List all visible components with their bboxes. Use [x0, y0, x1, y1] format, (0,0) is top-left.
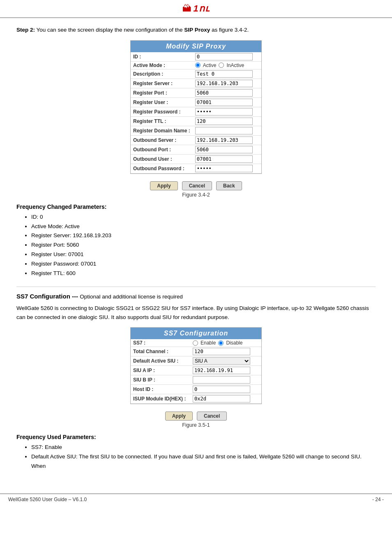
register-domain-input[interactable]: [195, 127, 253, 134]
id-input[interactable]: [195, 53, 253, 60]
main-content: Step 2: You can see the screen display t…: [0, 18, 392, 485]
ss7-enable-radio[interactable]: [193, 340, 198, 346]
outbound-user-input[interactable]: [195, 155, 253, 163]
active-radio[interactable]: [195, 62, 201, 68]
id-label: ID :: [131, 52, 193, 62]
list-item: SS7: Enable: [31, 443, 376, 452]
outbound-password-input[interactable]: [195, 165, 253, 172]
freq-used-list: SS7: Enable Default Active SIU: The firs…: [16, 443, 376, 471]
ss7-title-bold: SS7 Configuration ---: [16, 293, 78, 300]
step2-label: Step 2:: [16, 27, 35, 33]
sip-proxy-figure-caption: Figure 3.4-2: [182, 192, 210, 198]
ss7-cancel-button[interactable]: Cancel: [197, 412, 227, 421]
total-channel-label: Total Channel :: [131, 347, 190, 356]
isup-module-id-input[interactable]: [193, 395, 250, 402]
ss7-radio-group: Enable Disable: [193, 340, 259, 346]
table-row: Outbound Password :: [131, 164, 261, 173]
register-password-label: Register Password :: [131, 107, 193, 116]
host-id-input[interactable]: [193, 386, 250, 393]
table-row: Outbound Port :: [131, 145, 261, 154]
default-active-siu-select[interactable]: SIU A SIU B: [193, 357, 250, 365]
register-password-input[interactable]: [195, 108, 253, 116]
register-ttl-input[interactable]: [195, 118, 253, 125]
outbound-password-label: Outbound Password :: [131, 164, 193, 173]
sip-back-button[interactable]: Back: [216, 181, 242, 190]
siu-b-ip-input[interactable]: [193, 376, 250, 384]
description-input[interactable]: [195, 70, 253, 78]
host-id-label: Host ID :: [131, 385, 190, 394]
step2-bold2: Proxy: [195, 27, 210, 33]
register-server-label: Register Server :: [131, 79, 193, 88]
ss7-disable-label: Disable: [226, 340, 242, 346]
ss7-apply-button[interactable]: Apply: [165, 412, 193, 421]
siu-a-ip-input[interactable]: [193, 367, 250, 374]
ss7-label: SS7 :: [131, 339, 190, 347]
list-item: Active Mode: Active: [31, 222, 376, 231]
register-domain-label: Register Domain Name :: [131, 126, 193, 135]
sip-cancel-button[interactable]: Cancel: [182, 181, 212, 190]
sip-proxy-table: ID : Active Mode : Active InActive: [131, 52, 261, 173]
table-row: Register Password :: [131, 107, 261, 116]
sip-apply-button[interactable]: Apply: [150, 181, 178, 190]
ss7-enable-label: Enable: [201, 340, 216, 346]
outbound-user-label: Outbound User :: [131, 154, 193, 164]
inactive-radio[interactable]: [219, 62, 224, 68]
list-item: ID: 0: [31, 213, 376, 222]
table-row: ISUP Module ID(HEX) :: [131, 394, 261, 404]
list-item: Register Server: 192.168.19.203: [31, 231, 376, 240]
footer: WellGate 5260 User Guide – V6.1.0 - 24 -: [0, 493, 392, 505]
register-user-label: Register User :: [131, 97, 193, 107]
list-item: Register TTL: 600: [31, 269, 376, 278]
outbound-server-input[interactable]: [195, 136, 253, 144]
freq-used-section: Frequency Used Parameters: SS7: Enable D…: [16, 434, 376, 471]
table-row: Register Port :: [131, 88, 261, 97]
register-port-input[interactable]: [195, 89, 253, 97]
table-row: SS7 : Enable Disable: [131, 339, 261, 347]
siu-a-ip-label: SIU A IP :: [131, 366, 190, 375]
footer-right: - 24 -: [372, 497, 384, 502]
table-row: Active Mode : Active InActive: [131, 61, 261, 69]
table-row: Description :: [131, 69, 261, 79]
table-row: Host ID :: [131, 385, 261, 394]
freq-used-title: Frequency Used Parameters:: [16, 434, 376, 440]
freq-changed-title: Frequency Changed Parameters:: [16, 204, 376, 210]
table-row: Total Channel :: [131, 347, 261, 356]
isup-module-id-label: ISUP Module ID(HEX) :: [131, 394, 190, 404]
footer-left: WellGate 5260 User Guide – V6.1.0: [8, 497, 87, 502]
ss7-disable-radio[interactable]: [218, 340, 224, 346]
table-row: Register User :: [131, 97, 261, 107]
register-port-label: Register Port :: [131, 88, 193, 97]
modify-sip-proxy-title: Modify SIP Proxy: [131, 41, 261, 52]
active-mode-label: Active Mode :: [131, 61, 193, 69]
freq-changed-section: Frequency Changed Parameters: ID: 0 Acti…: [16, 204, 376, 279]
table-row: ID :: [131, 52, 261, 62]
step2-text: You can see the screen display the new c…: [37, 27, 184, 33]
table-row: Outbound User :: [131, 154, 261, 164]
active-label: Active: [203, 62, 217, 68]
modify-sip-proxy-panel: Modify SIP Proxy ID : Active Mode : Acti…: [16, 40, 376, 202]
table-row: SIU B IP :: [131, 375, 261, 385]
table-row: Register Server :: [131, 79, 261, 88]
siu-b-ip-label: SIU B IP :: [131, 375, 190, 385]
table-row: SIU A IP :: [131, 366, 261, 375]
register-user-input[interactable]: [195, 99, 253, 106]
freq-changed-list: ID: 0 Active Mode: Active Register Serve…: [16, 213, 376, 279]
list-item: Register Password: 07001: [31, 259, 376, 269]
register-ttl-label: Register TTL :: [131, 116, 193, 126]
logo-text: 1ու: [193, 3, 209, 14]
ss7-figure-caption: Figure 3.5-1: [182, 422, 210, 428]
register-server-input[interactable]: [195, 80, 253, 87]
table-row: Outbound Server :: [131, 135, 261, 145]
description-label: Description :: [131, 69, 193, 79]
outbound-port-input[interactable]: [195, 146, 253, 153]
active-mode-radio-group: Active InActive: [195, 62, 259, 68]
inactive-label: InActive: [226, 62, 244, 68]
total-channel-input[interactable]: [193, 348, 250, 355]
table-row: Register TTL :: [131, 116, 261, 126]
ss7-section-title: SS7 Configuration --- Optional and addit…: [16, 287, 376, 300]
ss7-table: SS7 : Enable Disable Total Channel :: [131, 339, 261, 404]
sip-proxy-buttons: Apply Cancel Back: [150, 181, 242, 190]
list-item: Default Active SIU: The first SIU to be …: [31, 452, 376, 471]
modify-sip-proxy-form: Modify SIP Proxy ID : Active Mode : Acti…: [130, 40, 262, 174]
step2-text3: as figure 3.4-2.: [212, 27, 249, 33]
